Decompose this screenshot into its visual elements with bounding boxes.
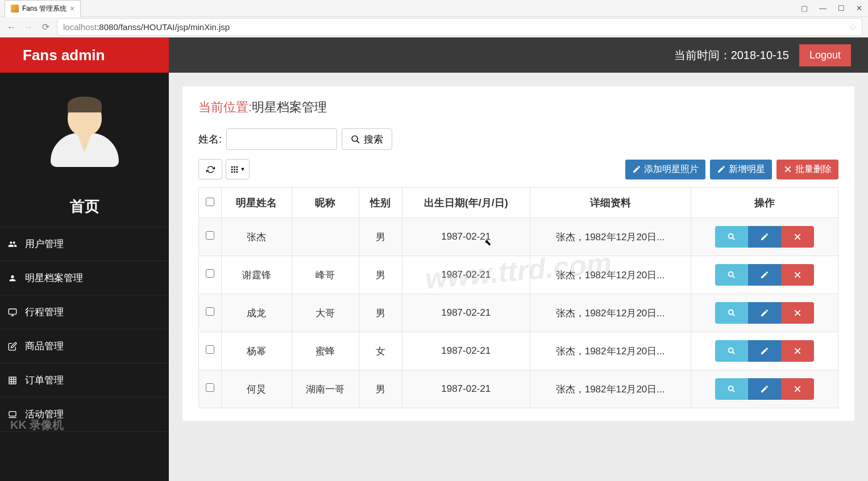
edit-icon [7, 342, 18, 351]
row-checkbox[interactable] [206, 383, 214, 392]
tab-favicon [11, 5, 19, 12]
window-maximize-icon[interactable]: ☐ [838, 4, 845, 12]
browser-tab-bar: Fans 管理系统 × ▢ — ☐ ✕ [0, 0, 868, 17]
table-header: 昵称 [292, 188, 359, 218]
svg-rect-8 [9, 411, 16, 416]
view-button[interactable] [715, 226, 748, 248]
table-row: 何炅湖南一哥男1987-02-21张杰，1982年12月20日... [199, 370, 838, 408]
cell-name: 杨幂 [222, 332, 292, 370]
sidebar-home[interactable]: 首页 [0, 186, 169, 227]
cell-nick: 湖南一哥 [292, 370, 359, 408]
sidebar-item-0[interactable]: 用户管理 [0, 227, 169, 261]
search-input[interactable] [226, 128, 337, 150]
cell-gender: 男 [359, 294, 402, 332]
reload-icon[interactable]: ⟳ [40, 22, 51, 33]
search-button[interactable]: 搜索 [342, 128, 392, 150]
view-button[interactable] [715, 378, 748, 400]
pencil-icon [632, 165, 641, 174]
table-row: 张杰男1987-02-21张杰，1982年12月20日... [199, 218, 838, 256]
delete-button[interactable] [781, 226, 814, 248]
sidebar-item-label: 用户管理 [25, 237, 64, 250]
svg-rect-0 [9, 309, 16, 314]
row-checkbox[interactable] [206, 307, 214, 316]
breadcrumb: 当前位置:明星档案管理 [198, 99, 838, 116]
edit-button[interactable] [748, 264, 781, 286]
svg-point-10 [352, 136, 358, 141]
svg-line-28 [732, 275, 734, 278]
svg-line-40 [732, 390, 734, 392]
bookmark-star-icon[interactable]: ☆ [849, 22, 857, 32]
add-star-button[interactable]: 新增明星 [710, 160, 772, 179]
cell-name: 何炅 [222, 370, 292, 408]
add-photo-button[interactable]: 添加明星照片 [625, 160, 705, 179]
grid-icon [230, 165, 239, 174]
delete-button[interactable] [781, 264, 814, 286]
refresh-button[interactable] [198, 159, 222, 179]
cell-detail: 张杰，1982年12月20日... [530, 218, 691, 256]
row-checkbox[interactable] [206, 269, 214, 278]
svg-rect-3 [9, 377, 16, 384]
edit-button[interactable] [748, 302, 781, 324]
url-bar: ← → ⟳ localhost:8080/fanss/HOUTAI/jsp/mi… [0, 17, 868, 37]
sidebar-item-label: 订单管理 [25, 374, 64, 387]
user-icon[interactable]: ▢ [801, 4, 808, 12]
tab-close-icon[interactable]: × [70, 4, 74, 13]
main-content: www.ttrd.com 当前位置:明星档案管理 姓名: 搜索 [169, 73, 868, 481]
sidebar: 首页 用户管理明星档案管理行程管理商品管理订单管理活动管理 KK 录像机 [0, 73, 169, 481]
logout-button[interactable]: Logout [799, 44, 851, 66]
cell-name: 成龙 [222, 294, 292, 332]
batch-delete-button[interactable]: 批量删除 [776, 160, 838, 179]
search-label: 姓名: [198, 132, 222, 146]
cell-nick: 蜜蜂 [292, 332, 359, 370]
select-all-checkbox[interactable] [206, 198, 214, 206]
logo[interactable]: Fans admin [0, 37, 169, 73]
edit-button[interactable] [748, 226, 781, 248]
window-minimize-icon[interactable]: — [819, 4, 827, 12]
monitor-icon [7, 308, 18, 317]
cell-gender: 女 [359, 332, 402, 370]
table-row: 杨幂蜜蜂女1987-02-21张杰，1982年12月20日... [199, 332, 838, 370]
cell-birth: 1987-02-21 [402, 370, 530, 408]
svg-rect-17 [236, 169, 238, 170]
sidebar-item-2[interactable]: 行程管理 [0, 295, 169, 329]
users-icon [7, 240, 18, 249]
svg-rect-20 [236, 171, 238, 173]
cell-name: 张杰 [222, 218, 292, 256]
svg-line-11 [357, 140, 359, 143]
svg-rect-12 [231, 166, 232, 168]
sidebar-item-label: 行程管理 [25, 306, 64, 319]
browser-tab[interactable]: Fans 管理系统 × [5, 0, 81, 17]
sidebar-item-3[interactable]: 商品管理 [0, 329, 169, 363]
forward-icon[interactable]: → [23, 22, 34, 33]
cell-nick [292, 218, 359, 256]
table-header: 明星姓名 [222, 188, 292, 218]
table-header: 出生日期(年/月/日) [402, 188, 530, 218]
view-button[interactable] [715, 340, 748, 362]
url-input[interactable]: localhost:8080/fanss/HOUTAI/jsp/minXin.j… [57, 18, 862, 36]
grid-icon [7, 376, 18, 385]
cell-birth: 1987-02-21 [402, 332, 530, 370]
close-icon [783, 165, 792, 174]
sidebar-item-4[interactable]: 订单管理 [0, 363, 169, 398]
grid-view-button[interactable]: ▼ [226, 159, 250, 179]
cell-gender: 男 [359, 218, 402, 256]
delete-button[interactable] [781, 340, 814, 362]
cell-gender: 男 [359, 370, 402, 408]
back-icon[interactable]: ← [6, 22, 17, 33]
view-button[interactable] [715, 302, 748, 324]
edit-button[interactable] [748, 340, 781, 362]
window-close-icon[interactable]: ✕ [856, 4, 862, 12]
cell-detail: 张杰，1982年12月20日... [530, 294, 691, 332]
table-header: 性别 [359, 188, 402, 218]
delete-button[interactable] [781, 378, 814, 400]
view-button[interactable] [715, 264, 748, 286]
sidebar-item-label: 商品管理 [25, 340, 64, 353]
svg-line-24 [732, 237, 734, 240]
sidebar-item-1[interactable]: 明星档案管理 [0, 261, 169, 295]
svg-rect-14 [236, 166, 238, 168]
row-checkbox[interactable] [206, 345, 214, 354]
delete-button[interactable] [781, 302, 814, 324]
edit-button[interactable] [748, 378, 781, 400]
row-checkbox[interactable] [206, 231, 214, 240]
table-row: 谢霆锋峰哥男1987-02-21张杰，1982年12月20日... [199, 256, 838, 294]
